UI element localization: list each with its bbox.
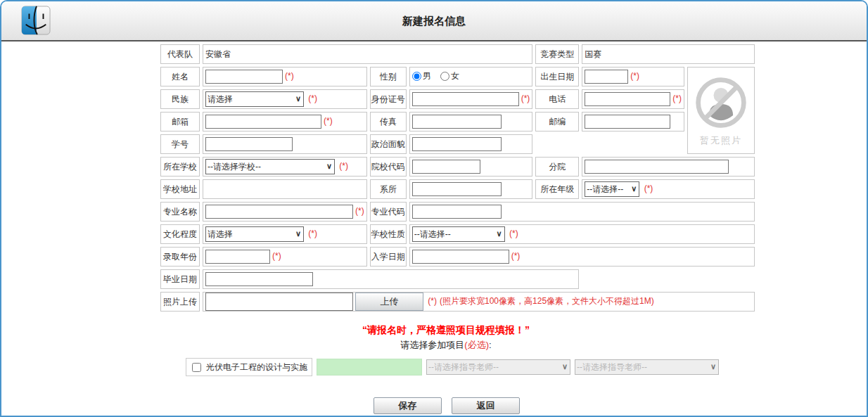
major-name-required-marker: (*) [355, 206, 364, 216]
branch-label: 分院 [535, 157, 579, 177]
row-admission-enroll: 录取年份 (*) 入学日期 (*) [160, 247, 755, 267]
photo-upload-label: 照片上传 [160, 292, 200, 312]
row-photo-upload: 照片上传 上传 (*)(照片要求宽100像素，高125像素，文件大小不得超过1M… [160, 292, 755, 312]
select-project-instruction: 请选择参加项目(必选): [158, 339, 734, 352]
admission-year-required-marker: (*) [272, 251, 281, 261]
gender-label: 性别 [370, 67, 407, 86]
upload-button[interactable]: 上传 [355, 293, 423, 311]
row-major: 专业名称 (*) 专业代码 [160, 202, 755, 222]
graduation-date-input[interactable] [205, 272, 313, 286]
fax-label: 传真 [370, 112, 407, 131]
contest-type-value: 国赛 [582, 44, 755, 64]
select-project-required: (必选) [464, 340, 489, 350]
project-option[interactable]: 光伏电子工程的设计与实施 [186, 358, 312, 376]
department-label: 系所 [370, 179, 407, 199]
name-required-marker: (*) [285, 71, 294, 81]
fax-input[interactable] [412, 115, 502, 129]
photo-placeholder: 暂无照片 [687, 67, 755, 154]
teacher1-select[interactable]: --请选择指导老师-- [426, 359, 570, 375]
school-code-input[interactable] [412, 160, 480, 174]
row-school-code-branch: 所在学校 --请选择学校--∨ (*) 院校代码 分院 [160, 157, 755, 177]
team-label: 代表队 [160, 44, 200, 64]
school-code-label: 院校代码 [370, 157, 407, 177]
id-number-required-marker: (*) [521, 94, 530, 103]
email-label: 邮箱 [160, 112, 200, 131]
graduation-date-label: 毕业日期 [160, 269, 200, 289]
row-team: 代表队 安徽省 竞赛类型 国赛 [160, 44, 755, 64]
gender-female-option[interactable]: 女 [440, 70, 459, 82]
major-code-label: 专业代码 [370, 202, 407, 222]
page-title: 新建报名信息 [1, 1, 867, 40]
birth-date-input[interactable] [585, 70, 628, 84]
phone-input[interactable] [585, 92, 670, 106]
enroll-date-required-marker: (*) [511, 251, 521, 261]
school-required-marker: (*) [339, 161, 348, 171]
student-no-input[interactable] [205, 137, 293, 151]
no-photo-text: 暂无照片 [689, 134, 753, 147]
school-nature-label: 学校性质 [370, 224, 407, 244]
enroll-date-label: 入学日期 [370, 247, 407, 267]
postcode-label: 邮编 [535, 112, 579, 131]
name-label: 姓名 [160, 67, 200, 86]
political-status-label: 政治面貌 [370, 134, 407, 154]
enroll-date-input[interactable] [412, 250, 509, 264]
gender-radio-male[interactable] [412, 72, 421, 81]
no-photo-icon [693, 75, 749, 131]
contest-type-label: 竞赛类型 [535, 44, 579, 64]
id-number-input[interactable] [412, 92, 519, 106]
school-nature-select[interactable]: --请选择-- [412, 226, 505, 242]
major-name-input[interactable] [205, 205, 353, 219]
warning-text: “请报名时，严格遵照项目规程填报！” [158, 324, 734, 337]
admission-year-label: 录取年份 [160, 247, 200, 267]
education-level-label: 文化程度 [160, 224, 200, 244]
ethnicity-select[interactable]: 请选择 [205, 91, 304, 107]
row-ethnicity-id-phone: 民族 请选择∨ (*) 身份证号 (*) 电话 (*) [160, 89, 755, 109]
back-button[interactable]: 返回 [452, 397, 520, 414]
email-required-marker: (*) [324, 116, 333, 126]
gender-male-label: 男 [423, 70, 431, 82]
photo-requirements-note: (照片要求宽100像素，高125像素，文件大小不得超过1M) [440, 296, 654, 306]
department-input[interactable] [412, 182, 502, 196]
major-code-input[interactable] [412, 205, 502, 219]
ethnicity-label: 民族 [160, 89, 200, 109]
finder-logo-icon [21, 6, 51, 35]
student-no-label: 学号 [160, 134, 200, 154]
political-status-input[interactable] [412, 137, 502, 151]
school-label: 所在学校 [160, 157, 200, 177]
phone-required-marker: (*) [672, 94, 682, 103]
major-name-label: 专业名称 [160, 202, 200, 222]
email-input[interactable] [205, 115, 321, 129]
education-level-select[interactable]: 请选择 [205, 226, 304, 242]
notice-area: “请报名时，严格遵照项目规程填报！” 请选择参加项目(必选): [158, 324, 734, 352]
birth-date-required-marker: (*) [630, 71, 639, 81]
gender-female-label: 女 [451, 70, 459, 82]
id-number-label: 身份证号 [370, 89, 407, 109]
project-row: 光伏电子工程的设计与实施 --请选择指导老师--∨ --请选择指导老师--∨ [186, 358, 867, 376]
row-studentno-political: 学号 政治面貌 [160, 134, 755, 154]
gender-radio-female[interactable] [440, 72, 449, 81]
postcode-input[interactable] [585, 115, 670, 129]
select-project-suffix: : [489, 340, 492, 350]
admission-year-input[interactable] [205, 250, 270, 264]
grade-select[interactable]: --请选择-- [585, 181, 639, 197]
phone-label: 电话 [535, 89, 579, 109]
name-input[interactable] [205, 70, 283, 84]
row-education-nature: 文化程度 请选择∨ (*) 学校性质 --请选择--∨ (*) [160, 224, 755, 244]
project-name-label: 光伏电子工程的设计与实施 [206, 361, 307, 373]
project-checkbox[interactable] [192, 363, 201, 372]
school-select[interactable]: --请选择学校-- [205, 159, 335, 174]
school-nature-required-marker: (*) [509, 229, 518, 238]
registration-form-table: 代表队 安徽省 竞赛类型 国赛 姓名 (*) 性别 男 女 出生日期 (*) [158, 41, 758, 314]
gender-male-option[interactable]: 男 [412, 70, 431, 82]
team-value: 安徽省 [203, 44, 532, 64]
teacher2-select[interactable]: --请选择指导老师-- [575, 359, 719, 375]
save-button[interactable]: 保存 [374, 397, 442, 414]
row-graduation: 毕业日期 [160, 269, 755, 289]
project-extra-input[interactable] [317, 359, 422, 376]
branch-input[interactable] [585, 160, 729, 174]
school-address-value [203, 179, 367, 199]
grade-label: 所在年级 [535, 179, 579, 199]
photo-file-input[interactable] [205, 293, 353, 311]
select-project-prefix: 请选择参加项目 [400, 340, 464, 350]
row-address-dept-grade: 学校地址 系所 所在年级 --请选择--∨ (*) [160, 179, 755, 199]
